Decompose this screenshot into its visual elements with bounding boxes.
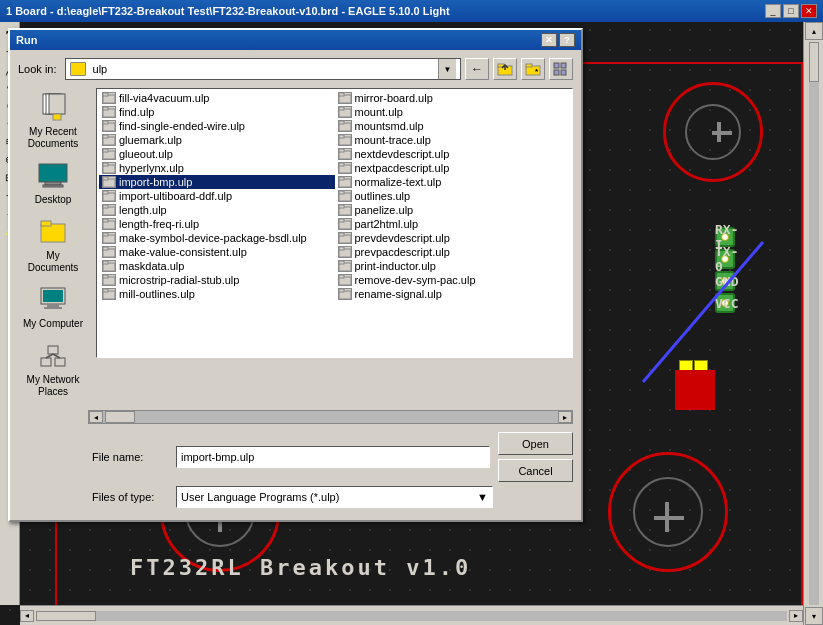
svg-rect-10 <box>561 70 566 75</box>
file-icon <box>102 232 116 244</box>
v-scroll-track[interactable] <box>809 42 819 605</box>
sidebar-computer-label: My Computer <box>23 318 83 330</box>
sidebar-item-documents[interactable]: My Documents <box>21 212 85 278</box>
scroll-down-button[interactable]: ▾ <box>805 607 823 625</box>
dialog-title-text: Run <box>16 34 37 46</box>
minimize-button[interactable]: _ <box>765 4 781 18</box>
view-button[interactable] <box>549 58 573 80</box>
dialog-body: Look in: ulp ▼ ← <box>10 50 581 520</box>
file-item-right-11[interactable]: prevpacdescript.ulp <box>335 245 571 259</box>
file-item-right-10[interactable]: prevdevdescript.ulp <box>335 231 571 245</box>
file-item-right-3[interactable]: mount-trace.ulp <box>335 133 571 147</box>
file-icon <box>338 260 352 272</box>
maximize-button[interactable]: □ <box>783 4 799 18</box>
look-in-combo[interactable]: ulp ▼ <box>65 58 461 80</box>
h-scroll-thumb[interactable] <box>36 611 96 621</box>
file-item-right-12[interactable]: print-inductor.ulp <box>335 259 571 273</box>
sidebar-item-recent[interactable]: My Recent Documents <box>21 88 85 154</box>
file-item-label: fill-via4vacuum.ulp <box>119 92 209 104</box>
look-in-dropdown-button[interactable]: ▼ <box>438 59 456 79</box>
file-item-left-14[interactable]: mill-outlines.ulp <box>99 287 335 301</box>
file-item-right-5[interactable]: nextpacdescript.ulp <box>335 161 571 175</box>
files-of-type-combo[interactable]: User Language Programs (*.ulp) ▼ <box>176 486 493 508</box>
new-folder-button[interactable]: * <box>521 58 545 80</box>
file-scroll-left[interactable]: ◂ <box>89 411 103 423</box>
svg-rect-32 <box>103 107 108 110</box>
file-item-left-7[interactable]: import-ultiboard-ddf.ulp <box>99 189 335 203</box>
svg-line-28 <box>53 354 60 358</box>
right-scrollbar[interactable]: ▴ ▾ <box>803 22 823 625</box>
desktop-icon <box>37 160 69 192</box>
file-item-left-5[interactable]: hyperlynx.ulp <box>99 161 335 175</box>
scroll-right-button[interactable]: ▸ <box>789 610 803 622</box>
dialog-close-x[interactable]: ✕ <box>541 33 557 47</box>
open-button[interactable]: Open <box>498 432 573 455</box>
file-item-left-11[interactable]: make-value-consistent.ulp <box>99 245 335 259</box>
file-name-input[interactable] <box>176 446 490 468</box>
file-item-right-9[interactable]: part2html.ulp <box>335 217 571 231</box>
svg-rect-30 <box>103 93 108 96</box>
svg-rect-88 <box>339 289 344 292</box>
file-item-right-2[interactable]: mountsmd.ulp <box>335 119 571 133</box>
file-name-inner-row: File name: Open Cancel <box>92 432 573 482</box>
svg-rect-82 <box>339 247 344 250</box>
file-item-right-0[interactable]: mirror-board.ulp <box>335 91 571 105</box>
look-in-row: Look in: ulp ▼ ← <box>18 58 573 80</box>
sidebar-item-computer[interactable]: My Computer <box>21 280 85 334</box>
file-item-right-7[interactable]: outlines.ulp <box>335 189 571 203</box>
file-item-right-4[interactable]: nextdevdescript.ulp <box>335 147 571 161</box>
file-item-left-9[interactable]: length-freq-ri.ulp <box>99 217 335 231</box>
file-item-left-8[interactable]: length.ulp <box>99 203 335 217</box>
look-in-value: ulp <box>93 63 108 75</box>
svg-rect-74 <box>339 191 344 194</box>
svg-rect-38 <box>103 149 108 152</box>
nav-up-button[interactable] <box>493 58 517 80</box>
file-icon <box>102 106 116 118</box>
sidebar-item-desktop[interactable]: Desktop <box>21 156 85 210</box>
file-item-left-4[interactable]: glueout.ulp <box>99 147 335 161</box>
file-icon <box>338 232 352 244</box>
title-bar: 1 Board - d:\eagle\FT232-Breakout Test\F… <box>0 0 823 22</box>
file-scroll-track[interactable] <box>103 411 558 423</box>
file-item-left-2[interactable]: find-single-ended-wire.ulp <box>99 119 335 133</box>
file-item-right-8[interactable]: panelize.ulp <box>335 203 571 217</box>
file-item-left-0[interactable]: fill-via4vacuum.ulp <box>99 91 335 105</box>
bottom-scrollbar[interactable]: ◂ ▸ <box>20 605 803 625</box>
file-list-container: My Recent Documents Desktop <box>18 88 573 402</box>
file-item-label: normalize-text.ulp <box>355 176 442 188</box>
file-item-right-14[interactable]: rename-signal.ulp <box>335 287 571 301</box>
nav-back-button[interactable]: ← <box>465 58 489 80</box>
h-scroll-track[interactable] <box>36 611 787 621</box>
scroll-up-button[interactable]: ▴ <box>805 22 823 40</box>
dialog-buttons: Open Cancel <box>498 432 573 482</box>
pcb-cross-h2 <box>654 516 684 520</box>
close-button[interactable]: ✕ <box>801 4 817 18</box>
file-scroll-right[interactable]: ▸ <box>558 411 572 423</box>
scroll-left-button[interactable]: ◂ <box>20 610 34 622</box>
file-icon <box>338 106 352 118</box>
dialog-close-q[interactable]: ? <box>559 33 575 47</box>
cancel-button[interactable]: Cancel <box>498 459 573 482</box>
v-scroll-thumb[interactable] <box>809 42 819 82</box>
file-item-left-12[interactable]: maskdata.ulp <box>99 259 335 273</box>
new-folder-icon: * <box>525 62 541 76</box>
svg-rect-76 <box>339 205 344 208</box>
file-list-scrollbar[interactable]: ◂ ▸ <box>88 410 573 424</box>
file-item-left-1[interactable]: find.ulp <box>99 105 335 119</box>
file-item-right-13[interactable]: remove-dev-sym-pac.ulp <box>335 273 571 287</box>
file-item-left-3[interactable]: gluemark.ulp <box>99 133 335 147</box>
file-item-left-6[interactable]: import-bmp.ulp <box>99 175 335 189</box>
file-icon <box>338 246 352 258</box>
file-item-label: nextdevdescript.ulp <box>355 148 450 160</box>
file-scroll-thumb[interactable] <box>105 411 135 423</box>
file-item-left-10[interactable]: make-symbol-device-package-bsdl.ulp <box>99 231 335 245</box>
run-dialog: Run ✕ ? Look in: ulp ▼ ← <box>8 28 583 522</box>
file-item-right-6[interactable]: normalize-text.ulp <box>335 175 571 189</box>
file-item-left-13[interactable]: microstrip-radial-stub.ulp <box>99 273 335 287</box>
sidebar-item-network[interactable]: My Network Places <box>21 336 85 402</box>
file-icon <box>102 288 116 300</box>
file-item-right-1[interactable]: mount.ulp <box>335 105 571 119</box>
file-item-label: part2html.ulp <box>355 218 419 230</box>
svg-rect-68 <box>339 149 344 152</box>
file-list[interactable]: fill-via4vacuum.ulpfind.ulpfind-single-e… <box>96 88 573 358</box>
